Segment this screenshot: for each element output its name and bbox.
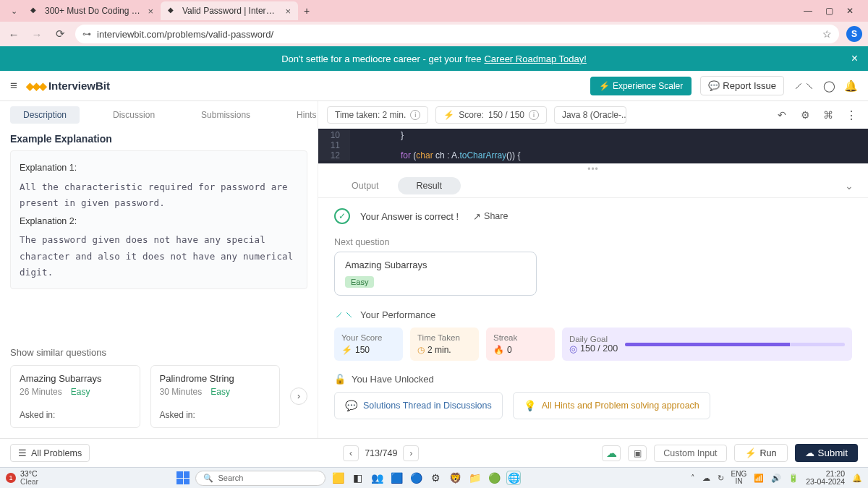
- taskbar-pinned: 🟨 ◧ 👥 🟦 🔵 ⚙ 🦁 📁 🟢 🌐: [331, 471, 520, 484]
- settings-icon[interactable]: ⚙: [797, 109, 813, 121]
- back-button[interactable]: ←: [6, 28, 22, 40]
- promo-link[interactable]: Career Roadmap Today!: [484, 53, 586, 64]
- url-text: interviewbit.com/problems/valid-password…: [97, 29, 273, 40]
- forward-button[interactable]: →: [29, 28, 45, 40]
- bell-icon[interactable]: 🔔: [844, 80, 858, 93]
- activity-icon[interactable]: ⟋⟍: [793, 80, 814, 92]
- vertical-drag-handle-icon[interactable]: •••: [318, 163, 868, 174]
- site-settings-icon[interactable]: ⊶: [82, 29, 91, 39]
- pager-prev-button[interactable]: ‹: [343, 445, 359, 461]
- tab-close-icon[interactable]: ×: [148, 6, 153, 17]
- volume-icon[interactable]: 🔊: [771, 474, 781, 483]
- app-icon[interactable]: 🟨: [331, 471, 344, 484]
- sync-icon[interactable]: ↻: [718, 474, 724, 483]
- similar-next-icon[interactable]: ›: [290, 388, 307, 405]
- app-icon[interactable]: ⚙: [429, 471, 442, 484]
- collapse-icon[interactable]: ⌄: [845, 180, 854, 192]
- undo-icon[interactable]: ↶: [774, 109, 790, 121]
- similar-cards: Amazing Subarrays 26 Minutes Easy Asked …: [10, 365, 307, 428]
- close-icon[interactable]: ✕: [846, 6, 854, 16]
- bookmark-icon[interactable]: ☆: [822, 28, 832, 40]
- start-icon[interactable]: [176, 471, 190, 484]
- next-question-card[interactable]: Amazing Subarrays Easy: [334, 252, 537, 296]
- tab-title: Valid Password | Interviewbit: [182, 6, 278, 16]
- code-editor[interactable]: 10} 11 12for (char ch : A.toCharArray())…: [318, 129, 868, 163]
- battery-icon[interactable]: 🔋: [788, 474, 799, 483]
- explanation-block: Explanation 1: All the characteristic re…: [10, 150, 307, 289]
- app-icon[interactable]: 🦁: [448, 471, 461, 484]
- experience-scaler-button[interactable]: ⚡ Experience Scaler: [590, 77, 692, 95]
- taskbar-clock[interactable]: 21:20 23-04-2024: [806, 470, 845, 486]
- address-bar-row: ← → ⟳ ⊶ interviewbit.com/problems/valid-…: [0, 22, 868, 46]
- notifications-icon[interactable]: 🔔: [852, 474, 862, 483]
- promo-close-icon[interactable]: ×: [851, 52, 858, 65]
- all-problems-button[interactable]: ☰ All Problems: [10, 444, 90, 462]
- browser-tab[interactable]: ◆ Valid Password | Interviewbit ×: [161, 1, 298, 20]
- run-label: Run: [760, 448, 777, 458]
- share-link[interactable]: ↗ Share: [473, 211, 508, 222]
- app-icon[interactable]: 🟦: [390, 471, 403, 484]
- unlocked-solutions-card[interactable]: 💬 Solutions Thread in Discussions: [334, 392, 503, 419]
- bolt-icon: ⚡: [745, 448, 757, 458]
- tab-dropdown-icon[interactable]: ⌄: [4, 7, 23, 16]
- brand-logo[interactable]: ◆◆◆ InterviewBit: [26, 80, 110, 92]
- app-icon[interactable]: ◧: [351, 471, 364, 484]
- browser-tab[interactable]: ◆ 300+ Must Do Coding Questio ×: [23, 1, 161, 20]
- maximize-icon[interactable]: ▢: [825, 6, 833, 16]
- app-icon[interactable]: 🟢: [488, 471, 501, 484]
- tab-discussion[interactable]: Discussion: [100, 106, 168, 124]
- output-tab[interactable]: Output: [333, 177, 398, 194]
- similar-card[interactable]: Palindrome String 30 Minutes Easy Asked …: [150, 365, 281, 428]
- app-icon[interactable]: 🔵: [409, 471, 422, 484]
- submit-button[interactable]: ☁ Submit: [795, 444, 858, 462]
- minimize-icon[interactable]: —: [804, 6, 812, 16]
- result-tab[interactable]: Result: [398, 177, 461, 194]
- similar-card[interactable]: Amazing Subarrays 26 Minutes Easy Asked …: [10, 365, 140, 428]
- report-issue-button[interactable]: 💬 Report Issue: [700, 76, 784, 95]
- code-text: for (char ch : A.toCharArray()) {: [350, 150, 868, 160]
- language-indicator[interactable]: ENG IN: [731, 471, 747, 486]
- lang-line2: IN: [731, 478, 747, 486]
- tab-submissions[interactable]: Submissions: [188, 106, 263, 124]
- fire-icon: 🔥: [493, 345, 504, 355]
- hamburger-icon[interactable]: ≡: [10, 79, 17, 93]
- editor-toolbar: Time taken: 2 min. i ⚡ Score: 150 / 150 …: [318, 101, 868, 129]
- terminal-icon[interactable]: ▣: [628, 445, 647, 461]
- line-number: 12: [318, 150, 350, 160]
- onedrive-icon[interactable]: ☁: [702, 474, 710, 483]
- reload-button[interactable]: ⟳: [52, 27, 68, 40]
- custom-input-button[interactable]: Custom Input: [654, 445, 726, 462]
- unlocked-row: 💬 Solutions Thread in Discussions 💡 All …: [334, 392, 852, 419]
- metric-streak: Streak 🔥0: [486, 328, 555, 361]
- wifi-icon[interactable]: 📶: [754, 474, 764, 483]
- user-icon[interactable]: ◯: [823, 80, 835, 93]
- tab-description[interactable]: Description: [10, 106, 80, 124]
- app-icon[interactable]: 👥: [370, 471, 383, 484]
- new-tab-button[interactable]: +: [298, 5, 315, 17]
- profile-avatar[interactable]: S: [846, 26, 862, 42]
- info-icon[interactable]: i: [410, 110, 420, 120]
- taskbar-search[interactable]: 🔍 Search: [195, 471, 326, 486]
- command-icon[interactable]: ⌘: [820, 109, 836, 121]
- run-button[interactable]: ⚡ Run: [734, 444, 788, 462]
- app-icon[interactable]: 📁: [468, 471, 481, 484]
- taskbar-weather[interactable]: 1 33°C Clear: [6, 470, 38, 486]
- address-bar[interactable]: ⊶ interviewbit.com/problems/valid-passwo…: [75, 25, 839, 43]
- sync-ok-icon[interactable]: ☁: [602, 445, 621, 461]
- target-icon: ◎: [569, 343, 577, 354]
- similar-time: 30 Minutes: [160, 387, 203, 397]
- explanation-2-text: The password given does not have any spe…: [20, 232, 298, 281]
- similar-questions-label[interactable]: Show similar questions: [10, 347, 307, 358]
- info-icon[interactable]: i: [529, 110, 539, 120]
- app-icon[interactable]: 🌐: [507, 471, 520, 484]
- tab-title: 300+ Must Do Coding Questio: [45, 6, 140, 16]
- pager-next-button[interactable]: ›: [403, 445, 419, 461]
- code-text: }: [350, 130, 868, 140]
- similar-time: 26 Minutes: [20, 387, 62, 397]
- language-selector[interactable]: Java 8 (Oracle-... ⌄: [554, 106, 626, 124]
- score-label: Score:: [459, 110, 484, 120]
- chevron-up-icon[interactable]: ˄: [691, 474, 695, 483]
- unlocked-hints-card[interactable]: 💡 All Hints and Problem solving approach: [513, 392, 710, 419]
- tab-close-icon[interactable]: ×: [285, 6, 291, 17]
- more-icon[interactable]: ⋮: [843, 108, 859, 122]
